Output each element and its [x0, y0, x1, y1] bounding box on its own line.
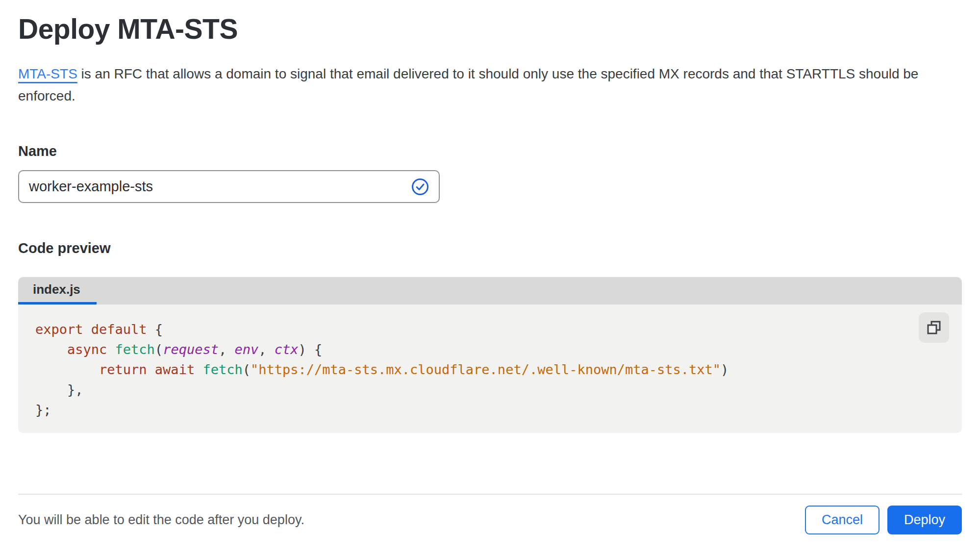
code-content: export default { async fetch(request, en…: [35, 319, 918, 420]
code-line: },: [35, 380, 918, 400]
cancel-button[interactable]: Cancel: [805, 506, 879, 534]
copy-button[interactable]: [919, 312, 949, 343]
page-description: MTA-STS is an RFC that allows a domain t…: [18, 63, 945, 107]
footer-note: You will be able to edit the code after …: [18, 512, 304, 528]
code-block: index.js export default { async fetch(re…: [18, 277, 962, 433]
deploy-mta-sts-page: Deploy MTA-STS MTA-STS is an RFC that al…: [0, 13, 980, 534]
code-line: async fetch(request, env, ctx) {: [35, 339, 918, 359]
code-editor-area: export default { async fetch(request, en…: [18, 304, 962, 433]
name-field-section: Name: [18, 143, 962, 203]
footer: You will be able to edit the code after …: [18, 494, 962, 534]
deploy-button[interactable]: Deploy: [887, 506, 962, 534]
code-line: };: [35, 400, 918, 420]
description-text: is an RFC that allows a domain to signal…: [18, 66, 918, 103]
check-circle-icon: [411, 178, 429, 196]
footer-actions: Cancel Deploy: [805, 506, 962, 534]
code-line: export default {: [35, 319, 918, 339]
name-input[interactable]: [18, 170, 440, 203]
code-preview-section: Code preview index.js export default { a…: [18, 240, 962, 433]
name-input-wrapper: [18, 170, 440, 203]
copy-icon: [927, 320, 941, 335]
code-line: return await fetch("https://mta-sts.mx.c…: [35, 359, 918, 380]
tab-label: index.js: [33, 282, 80, 297]
tab-index-js[interactable]: index.js: [18, 277, 97, 304]
name-label: Name: [18, 143, 962, 159]
mta-sts-link[interactable]: MTA-STS: [18, 66, 77, 81]
code-tab-bar: index.js: [18, 277, 962, 304]
code-preview-label: Code preview: [18, 240, 962, 256]
page-title: Deploy MTA-STS: [18, 13, 962, 45]
